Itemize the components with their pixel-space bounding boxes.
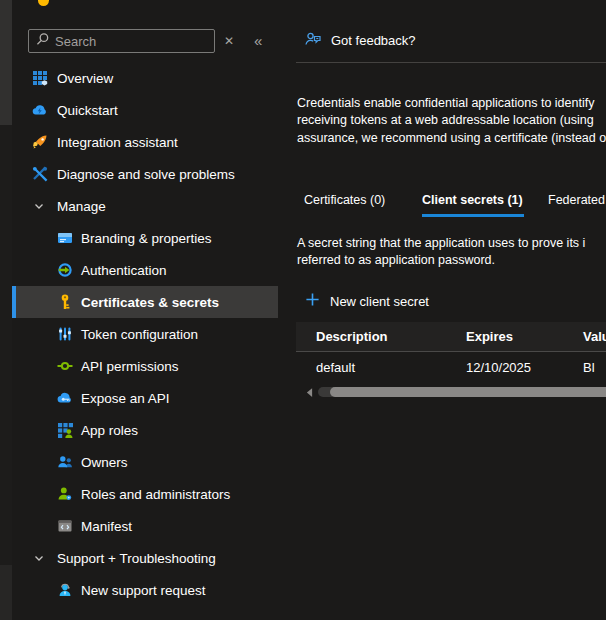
sidebar-item-label: Integration assistant bbox=[57, 135, 178, 150]
collapse-menu-button[interactable]: « bbox=[254, 30, 261, 52]
previous-blade-edge bbox=[0, 0, 12, 620]
sidebar-item-new-support-request[interactable]: New support request bbox=[12, 574, 278, 606]
sidebar-item-roles-administrators[interactable]: Roles and administrators bbox=[12, 478, 278, 510]
intro-line: Credentials enable confidential applicat… bbox=[297, 95, 606, 112]
section-label: Support + Troubleshooting bbox=[57, 551, 216, 566]
secret-description: default bbox=[316, 360, 355, 375]
main-content: Got feedback? Credentials enable confide… bbox=[296, 0, 606, 620]
search-box[interactable] bbox=[28, 29, 215, 53]
feedback-person-icon bbox=[304, 30, 322, 51]
sidebar-item-api-permissions[interactable]: API permissions bbox=[12, 350, 278, 382]
sidebar-item-label: Diagnose and solve problems bbox=[57, 167, 235, 182]
tab-certificates[interactable]: Certificates (0) bbox=[304, 193, 385, 207]
sidebar-item-label: Overview bbox=[57, 71, 113, 86]
sidebar-item-diagnose[interactable]: Diagnose and solve problems bbox=[12, 158, 278, 190]
quickstart-cloud-icon bbox=[32, 102, 48, 118]
active-tab-underline bbox=[422, 214, 524, 217]
sidebar-section-manage[interactable]: Manage bbox=[12, 190, 278, 222]
divider bbox=[296, 62, 606, 63]
plus-icon bbox=[305, 292, 320, 310]
sliders-icon bbox=[57, 326, 73, 342]
secret-intro-line: referred to as application password. bbox=[297, 252, 585, 269]
intro-line: receiving tokens at a web addressable lo… bbox=[297, 112, 606, 129]
intro-line: assurance, we recommend using a certific… bbox=[297, 130, 606, 147]
tab-client-secrets[interactable]: Client secrets (1) bbox=[422, 193, 523, 207]
sidebar-item-label: Quickstart bbox=[57, 103, 118, 118]
search-input[interactable] bbox=[55, 34, 208, 49]
column-header-value: Value bbox=[583, 329, 606, 344]
nav-list: Overview Quickstart Integration assistan… bbox=[12, 62, 296, 606]
chevron-down-icon bbox=[33, 200, 47, 212]
tools-icon bbox=[32, 166, 48, 182]
sidebar-item-certificates-secrets[interactable]: Certificates & secrets bbox=[12, 286, 278, 318]
overview-icon bbox=[32, 70, 48, 86]
roles-admins-icon bbox=[57, 486, 73, 502]
key-icon bbox=[38, 0, 49, 6]
sidebar-item-label: Expose an API bbox=[81, 391, 170, 406]
sidebar-item-branding[interactable]: Branding & properties bbox=[12, 222, 278, 254]
sidebar-item-integration-assistant[interactable]: Integration assistant bbox=[12, 126, 278, 158]
column-header-expires: Expires bbox=[466, 329, 513, 344]
pivot-tabs: Certificates (0) Client secrets (1) Fede… bbox=[296, 193, 606, 221]
section-label: Manage bbox=[57, 199, 106, 214]
branding-icon bbox=[57, 230, 73, 246]
secret-intro-line: A secret string that the application use… bbox=[297, 235, 585, 252]
blade-menu: ✕ « Overview Quickstart Integration assi… bbox=[12, 0, 296, 620]
secret-expires: 12/10/2025 bbox=[466, 360, 531, 375]
authentication-icon bbox=[57, 262, 73, 278]
api-permissions-icon bbox=[57, 358, 73, 374]
owners-icon bbox=[57, 454, 73, 470]
rocket-icon bbox=[32, 134, 48, 150]
manifest-icon bbox=[57, 518, 73, 534]
clear-search-button[interactable]: ✕ bbox=[224, 30, 234, 52]
sidebar-item-label: Manifest bbox=[81, 519, 132, 534]
new-client-secret-label: New client secret bbox=[330, 294, 429, 309]
sidebar-item-quickstart[interactable]: Quickstart bbox=[12, 94, 278, 126]
sidebar-item-label: App roles bbox=[81, 423, 138, 438]
column-header-description: Description bbox=[316, 329, 388, 344]
app-roles-icon bbox=[57, 422, 73, 438]
search-icon bbox=[35, 32, 50, 50]
sidebar-item-label: Roles and administrators bbox=[81, 487, 230, 502]
got-feedback-label: Got feedback? bbox=[331, 33, 416, 48]
sidebar-section-support-troubleshooting[interactable]: Support + Troubleshooting bbox=[12, 542, 278, 574]
table-row[interactable]: default 12/10/2025 Bl bbox=[296, 353, 606, 383]
scrollbar-thumb[interactable] bbox=[330, 387, 606, 397]
sidebar-item-label: Owners bbox=[81, 455, 128, 470]
sidebar-item-overview[interactable]: Overview bbox=[12, 62, 278, 94]
sidebar-item-app-roles[interactable]: App roles bbox=[12, 414, 278, 446]
tab-federated-credentials[interactable]: Federated bbox=[548, 193, 605, 207]
sidebar-item-label: New support request bbox=[81, 583, 206, 598]
new-client-secret-button[interactable]: New client secret bbox=[305, 292, 429, 310]
horizontal-scrollbar[interactable] bbox=[296, 386, 606, 398]
sidebar-item-expose-api[interactable]: Expose an API bbox=[12, 382, 278, 414]
sidebar-item-manifest[interactable]: Manifest bbox=[12, 510, 278, 542]
sidebar-item-label: Token configuration bbox=[81, 327, 198, 342]
chevron-down-icon bbox=[33, 552, 47, 564]
sidebar-item-label: Branding & properties bbox=[81, 231, 212, 246]
support-person-icon bbox=[57, 582, 73, 598]
cloud-key-icon bbox=[57, 390, 73, 406]
key-icon bbox=[57, 294, 73, 310]
sidebar-item-label: Authentication bbox=[81, 263, 167, 278]
secrets-table-header: Description Expires Value bbox=[296, 322, 606, 352]
sidebar-item-owners[interactable]: Owners bbox=[12, 446, 278, 478]
sidebar-item-label: Certificates & secrets bbox=[81, 295, 219, 310]
sidebar-item-label: API permissions bbox=[81, 359, 179, 374]
sidebar-item-token-configuration[interactable]: Token configuration bbox=[12, 318, 278, 350]
client-secret-description: A secret string that the application use… bbox=[297, 235, 585, 270]
sidebar-item-authentication[interactable]: Authentication bbox=[12, 254, 278, 286]
got-feedback-link[interactable]: Got feedback? bbox=[304, 30, 416, 51]
scroll-left-icon[interactable] bbox=[303, 386, 316, 398]
secret-value: Bl bbox=[583, 360, 595, 375]
credentials-intro-text: Credentials enable confidential applicat… bbox=[297, 95, 606, 147]
